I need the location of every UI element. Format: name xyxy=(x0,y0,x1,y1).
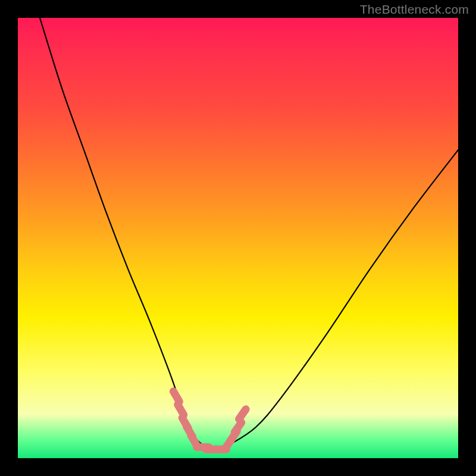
optimal-zone-markers xyxy=(173,392,246,449)
optimal-marker xyxy=(173,392,179,402)
optimal-marker xyxy=(239,409,246,419)
curve-svg xyxy=(18,18,458,458)
optimal-marker xyxy=(178,405,184,415)
chart-frame: TheBottleneck.com xyxy=(0,0,476,476)
watermark-text: TheBottleneck.com xyxy=(360,2,469,17)
plot-area xyxy=(18,18,458,458)
bottleneck-curve xyxy=(40,18,458,450)
